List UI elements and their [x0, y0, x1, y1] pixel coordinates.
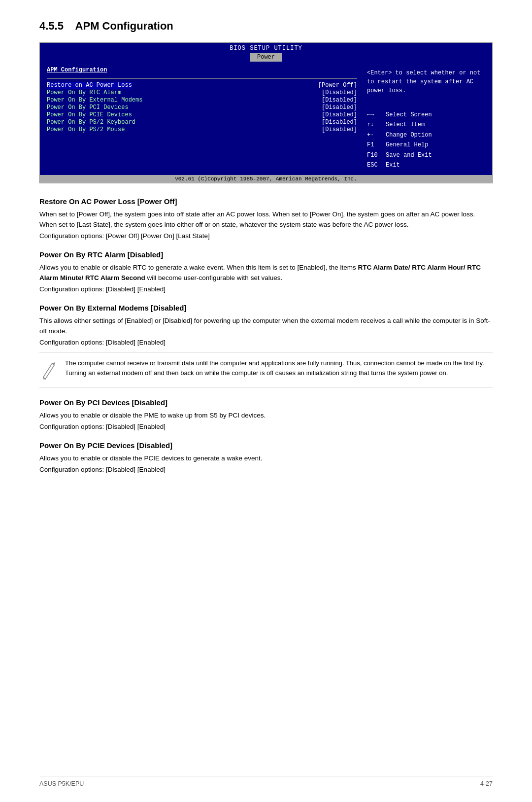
bios-key-symbol: ←→ [367, 110, 382, 120]
bios-header-text: BIOS SETUP UTILITY [230, 45, 302, 52]
bios-key-symbol: F1 [367, 140, 382, 150]
note-text: The computer cannot receive or transmit … [65, 358, 493, 378]
body-paragraph: This allows either settings of [Enabled]… [39, 316, 493, 337]
subsection-pcie-devices: Power On By PCIE Devices [Disabled]Allow… [39, 441, 493, 473]
bios-item-value: [Disabled] [322, 89, 357, 96]
page-footer: ASUS P5K/EPU 4-27 [39, 776, 493, 787]
bios-key-symbol: ESC [367, 160, 382, 170]
bios-key-desc: Change Option [386, 130, 432, 140]
bios-item: Power On By PS/2 Keyboard[Disabled] [47, 119, 357, 126]
section-title: 4.5.5 APM Configuration [39, 20, 493, 33]
subsection-ac-power-loss: Restore On AC Power Loss [Power Off]When… [39, 197, 493, 240]
bios-help-text: <Enter> to select whether or not to rest… [367, 69, 485, 95]
bios-item-label: Power On By RTC Alarm [47, 89, 121, 96]
footer-right: 4-27 [480, 780, 493, 787]
config-options: Configuration options: [Power Off] [Powe… [39, 232, 493, 240]
bios-divider [47, 78, 357, 79]
note-box: The computer cannot receive or transmit … [39, 352, 493, 387]
bios-key-row: F1General Help [367, 140, 485, 150]
section-title-text: APM Configuration [75, 20, 173, 32]
bios-key-desc: Select Item [386, 120, 425, 130]
bios-key-desc: Save and Exit [386, 150, 432, 160]
subsection-title: Power On By PCI Devices [Disabled] [39, 398, 493, 407]
subsection-pci-devices: Power On By PCI Devices [Disabled]Allows… [39, 398, 493, 430]
bios-key-row: +-Change Option [367, 130, 485, 140]
bios-item: Restore on AC Power Loss[Power Off] [47, 82, 357, 89]
bios-key-row: ←→Select Screen [367, 110, 485, 120]
bios-key-desc: Select Screen [386, 110, 432, 120]
subsection-title: Power On By PCIE Devices [Disabled] [39, 441, 493, 450]
bios-item: Power On By PS/2 Mouse[Disabled] [47, 126, 357, 133]
bios-header: BIOS SETUP UTILITY [40, 43, 492, 53]
bios-left-panel: APM Configuration Restore on AC Power Lo… [47, 67, 367, 170]
subsection-title: Restore On AC Power Loss [Power Off] [39, 197, 493, 206]
bios-key-row: ESCExit [367, 160, 485, 170]
bios-item-label: Restore on AC Power Loss [47, 82, 132, 89]
config-options: Configuration options: [Disabled] [Enabl… [39, 339, 493, 346]
bios-item-value: [Disabled] [322, 119, 357, 126]
config-options: Configuration options: [Disabled] [Enabl… [39, 423, 493, 430]
note-icon [39, 359, 57, 381]
bios-item-value: [Disabled] [322, 111, 357, 118]
bios-footer: v02.61 (C)Copyright 1985-2007, American … [40, 175, 492, 183]
bios-item: Power On By External Modems[Disabled] [47, 97, 357, 104]
bios-item-label: Power On By PS/2 Keyboard [47, 119, 135, 126]
body-paragraph: When set to [Power Off], the system goes… [39, 209, 493, 230]
subsections-container: Restore On AC Power Loss [Power Off]When… [39, 197, 493, 473]
bios-item: Power On By RTC Alarm[Disabled] [47, 89, 357, 96]
bios-item-label: Power On By PCIE Devices [47, 111, 132, 118]
bios-item-value: [Disabled] [322, 126, 357, 133]
bios-key-legend: ←→Select Screen↑↓Select Item+-Change Opt… [367, 110, 485, 170]
bios-items-list: Restore on AC Power Loss[Power Off]Power… [47, 82, 357, 133]
footer-left: ASUS P5K/EPU [39, 780, 84, 787]
subsection-external-modems: Power On By External Modems [Disabled]Th… [39, 304, 493, 387]
bios-screenshot: BIOS SETUP UTILITY Power APM Configurati… [39, 42, 493, 183]
bios-tab-power: Power [250, 53, 282, 62]
bios-item-value: [Power Off] [318, 82, 357, 89]
bios-key-row: ↑↓Select Item [367, 120, 485, 130]
bios-key-symbol: F10 [367, 150, 382, 160]
config-options: Configuration options: [Disabled] [Enabl… [39, 466, 493, 473]
bios-item-label: Power On By PS/2 Mouse [47, 126, 125, 133]
subsection-title: Power On By RTC Alarm [Disabled] [39, 250, 493, 259]
bios-item-label: Power On By External Modems [47, 97, 142, 104]
bios-section-label: APM Configuration [47, 67, 357, 73]
subsection-title: Power On By External Modems [Disabled] [39, 304, 493, 312]
bios-key-desc: Exit [386, 160, 400, 170]
subsection-rtc-alarm: Power On By RTC Alarm [Disabled]Allows y… [39, 250, 493, 293]
bios-content: APM Configuration Restore on AC Power Lo… [40, 62, 492, 175]
body-paragraph: Allows you to enable or disable RTC to g… [39, 263, 493, 283]
bios-key-symbol: +- [367, 130, 382, 140]
bios-key-desc: General Help [386, 140, 428, 150]
bios-item-label: Power On By PCI Devices [47, 104, 129, 111]
bios-item: Power On By PCIE Devices[Disabled] [47, 111, 357, 118]
bios-key-symbol: ↑↓ [367, 120, 382, 130]
bios-tab-bar: Power [40, 53, 492, 62]
bios-item-value: [Disabled] [322, 97, 357, 104]
config-options: Configuration options: [Disabled] [Enabl… [39, 285, 493, 293]
bios-item: Power On By PCI Devices[Disabled] [47, 104, 357, 111]
bios-key-row: F10Save and Exit [367, 150, 485, 160]
bios-item-value: [Disabled] [322, 104, 357, 111]
bios-right-panel: <Enter> to select whether or not to rest… [367, 67, 485, 170]
body-paragraph: Allows you to enable or disable the PME … [39, 411, 493, 421]
body-paragraph: Allows you to enable or disable the PCIE… [39, 453, 493, 464]
section-number: 4.5.5 [39, 20, 64, 32]
